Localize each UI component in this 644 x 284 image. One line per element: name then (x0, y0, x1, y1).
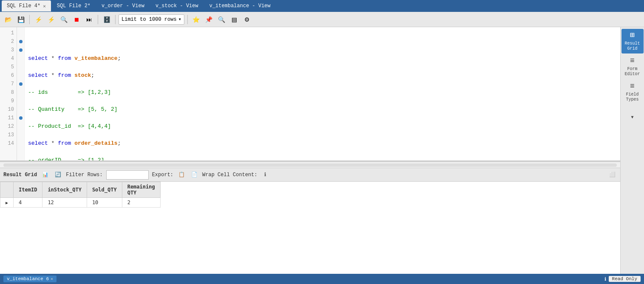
open-file-button[interactable]: 📂 (3, 14, 14, 25)
result-grid-tab[interactable]: Result Grid (3, 172, 37, 178)
db-button[interactable]: 🗄️ (101, 14, 112, 25)
right-sidebar: ⊞ ResultGrid ≡ FormEditor ≡ FieldTypes ▼ (620, 27, 644, 274)
cell-sold-qty: 10 (87, 198, 122, 208)
export-label: Export: (152, 172, 173, 178)
search-button[interactable]: 🔍 (216, 14, 227, 25)
tab-bar: SQL File 4* ✕ SQL File 2* v_order - View… (0, 0, 644, 12)
result-toolbar: Result Grid 📊 🔄 Filter Rows: Export: 📋 📄… (0, 168, 620, 182)
breakpoint-11 (19, 116, 23, 120)
tab-close-icon[interactable]: ✕ (43, 3, 46, 9)
breakpoint-7 (19, 82, 23, 86)
maximize-icon[interactable]: ⬜ (607, 170, 617, 180)
result-grid-icon: ⊞ (630, 31, 635, 40)
wrap-icon[interactable]: ℹ (261, 170, 270, 180)
toolbar-separator-4 (187, 15, 188, 24)
toolbar-separator-2 (98, 15, 98, 24)
filter-rows-label: Filter Rows: (66, 172, 102, 178)
read-only-badge: Read Only (609, 276, 641, 282)
cell-instock-qty: 12 (42, 198, 87, 208)
toolbar-separator-1 (29, 15, 30, 24)
col-remaining-qty[interactable]: RemainingQTY (122, 182, 160, 198)
info-icon: ℹ (604, 276, 606, 282)
cell-itemid: 4 (14, 198, 42, 208)
result-table: ItemID inStock_QTY Sold_QTY RemainingQTY… (0, 182, 161, 208)
config-button[interactable]: ⚙ (242, 14, 253, 25)
sql-editor: 12345 678910 11121314 select * from v_it… (0, 27, 620, 274)
result-chart-icon[interactable]: 📊 (40, 170, 50, 180)
dot-column (17, 27, 25, 160)
sidebar-result-grid-label: ResultGrid (624, 41, 640, 51)
result-table-header-row: ItemID inStock_QTY Sold_QTY RemainingQTY (0, 182, 161, 198)
limit-label: Limit to 1000 rows (121, 17, 177, 22)
tab-label: v_stock - View (155, 3, 198, 9)
result-area: Result Grid 📊 🔄 Filter Rows: Export: 📋 📄… (0, 168, 620, 274)
breakpoint-2 (19, 40, 23, 43)
col-instock-qty[interactable]: inStock_QTY (42, 182, 87, 198)
tab-v-order-view[interactable]: v_order - View (96, 0, 150, 11)
tab-sql-file-4[interactable]: SQL File 4* ✕ (2, 0, 51, 11)
wrap-label: Wrap Cell Content: (202, 172, 257, 178)
row-arrow: ▶ (0, 198, 14, 208)
tab-label: v_order - View (102, 3, 144, 9)
scrollbar-track[interactable] (3, 163, 617, 167)
status-tab-close-icon[interactable]: ✕ (51, 276, 53, 281)
status-tab[interactable]: v_itembalance 6 ✕ (3, 276, 56, 282)
status-left: v_itembalance 6 ✕ (3, 276, 56, 282)
tab-v-stock-view[interactable]: v_stock - View (150, 0, 203, 11)
tab-label: SQL File 2* (57, 3, 90, 9)
form-editor-icon: ≡ (630, 56, 635, 66)
save-button[interactable]: 💾 (15, 14, 26, 25)
horizontal-scrollbar[interactable] (0, 162, 620, 168)
status-right: ℹ Read Only (604, 276, 641, 282)
star-button[interactable]: ⭐ (191, 14, 202, 25)
scroll-down-icon: ▼ (631, 115, 633, 120)
export-csv-icon[interactable]: 📄 (189, 170, 199, 180)
main-toolbar: 📂 💾 ⚡ ⚡ 🔍 ⏹ ⏭ 🗄️ Limit to 1000 rows ▾ ⭐ … (0, 12, 644, 27)
table-row[interactable]: ▶ 4 12 10 2 (0, 198, 161, 208)
line-numbers: 12345 678910 11121314 (0, 27, 17, 160)
breakpoint-3 (19, 48, 23, 52)
sidebar-form-editor-label: FormEditor (624, 67, 640, 77)
explain-button[interactable]: 🔍 (58, 14, 69, 25)
status-tab-label: v_itembalance 6 (7, 276, 49, 281)
col-arrow (0, 182, 14, 198)
limit-chevron-icon: ▾ (178, 16, 181, 22)
toolbar-separator-3 (115, 15, 116, 24)
field-types-icon: ≡ (630, 82, 635, 91)
tab-label: SQL File 4* (7, 3, 40, 9)
export-table-icon[interactable]: 📋 (177, 170, 186, 180)
result-refresh-icon[interactable]: 🔄 (53, 170, 62, 180)
tab-sql-file-2[interactable]: SQL File 2* (52, 0, 96, 11)
execute-button[interactable]: ⚡ (33, 14, 44, 25)
result-grid: ItemID inStock_QTY Sold_QTY RemainingQTY… (0, 182, 620, 274)
editor-area[interactable]: 12345 678910 11121314 select * from v_it… (0, 27, 620, 162)
main-content: 12345 678910 11121314 select * from v_it… (0, 27, 644, 274)
cell-remaining-qty: 2 (122, 198, 160, 208)
sidebar-scroll-down-button[interactable]: ▼ (621, 105, 644, 130)
filter-rows-input[interactable] (106, 170, 149, 180)
format-button[interactable]: ▤ (229, 14, 240, 25)
status-bar: v_itembalance 6 ✕ ℹ Read Only (0, 274, 644, 284)
sidebar-result-grid-button[interactable]: ⊞ ResultGrid (621, 29, 644, 53)
skip-button[interactable]: ⏭ (84, 14, 95, 25)
sidebar-form-editor-button[interactable]: ≡ FormEditor (621, 54, 644, 79)
execute-selection-button[interactable]: ⚡ (45, 14, 56, 25)
tab-label: v_itembalance - View (209, 3, 271, 9)
sidebar-field-types-label: FieldTypes (626, 92, 638, 102)
stop-button[interactable]: ⏹ (71, 14, 82, 25)
col-itemid[interactable]: ItemID (14, 182, 42, 198)
code-content[interactable]: select * from v_itembalance; select * fr… (25, 27, 620, 160)
snippet-button[interactable]: 📌 (203, 14, 215, 25)
limit-select[interactable]: Limit to 1000 rows ▾ (119, 14, 184, 25)
tab-v-itembalance-view[interactable]: v_itembalance - View (204, 0, 276, 11)
sidebar-field-types-button[interactable]: ≡ FieldTypes (621, 80, 644, 104)
col-sold-qty[interactable]: Sold_QTY (87, 182, 122, 198)
